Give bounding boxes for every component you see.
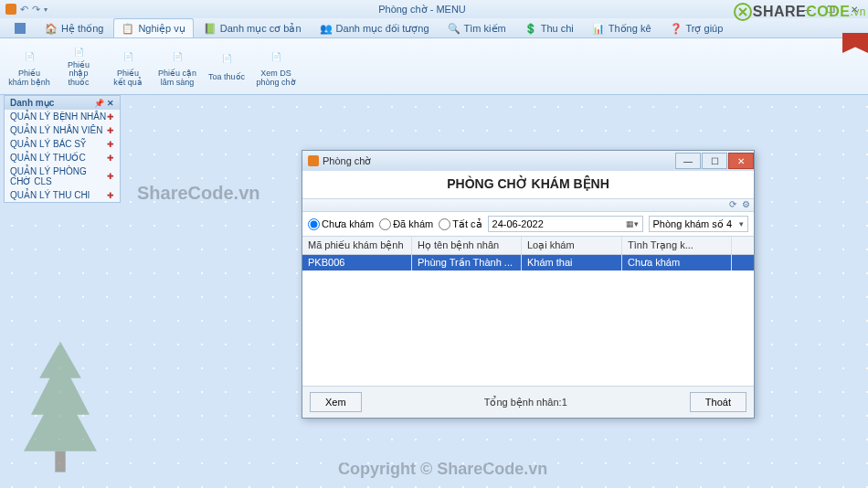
dialog-footer: Xem Tổng bệnh nhân:1 Thoát <box>302 386 754 418</box>
workspace: Danh mục 📌 ✕ QUẢN LÝ BỆNH NHÂN✚ QUẢN LÝ … <box>0 95 868 488</box>
sidebar: Danh mục 📌 ✕ QUẢN LÝ BỆNH NHÂN✚ QUẢN LÝ … <box>4 95 121 203</box>
watermark: ShareCode.vn <box>137 183 259 204</box>
btn-phieu-nhap-thuoc[interactable]: 📄Phiếu nhậpthuốc <box>55 42 102 90</box>
medical-icon: ✚ <box>107 140 114 149</box>
window-title: Phòng chờ - MENU <box>48 4 797 16</box>
dialog-close-button[interactable]: ✕ <box>728 153 754 169</box>
help-icon: ❓ <box>670 22 683 35</box>
app-icon <box>5 4 16 15</box>
file-icon <box>14 22 26 35</box>
dialog-title: Phòng chờ <box>323 155 371 167</box>
pill-form-icon: 📄 <box>66 46 91 59</box>
medical-icon: ✚ <box>107 154 114 163</box>
chevron-down-icon: ▾ <box>739 219 744 228</box>
dialog-toolbar: ⟳ ⚙ <box>302 199 754 212</box>
total-label: Tổng bệnh nhân:1 <box>362 397 690 408</box>
col-loai-kham[interactable]: Loại khám <box>522 237 622 254</box>
file-tab[interactable] <box>5 18 35 37</box>
tab-tim-kiem[interactable]: 🔍Tìm kiếm <box>439 18 514 37</box>
medical-icon: ✚ <box>107 172 114 181</box>
tab-he-thong[interactable]: 🏠Hệ thống <box>37 18 111 37</box>
ribbon-body: 📄Phiếukhám bệnh 📄Phiếu nhậpthuốc 📄Phiếuk… <box>0 38 868 95</box>
book-icon: 📗 <box>204 22 217 35</box>
radio-tat-ca[interactable]: Tất cả <box>439 218 482 230</box>
col-ma-phieu[interactable]: Mã phiếu khám bệnh <box>302 237 412 254</box>
qat-undo-icon[interactable]: ↶ <box>20 4 28 16</box>
svg-rect-0 <box>15 23 26 34</box>
svg-rect-2 <box>55 451 65 472</box>
tab-tro-giup[interactable]: ❓Trợ giúp <box>662 18 732 37</box>
side-bac-sy[interactable]: QUẢN LÝ BÁC SỸ✚ <box>5 137 120 151</box>
recycle-icon <box>733 2 753 22</box>
col-ho-ten[interactable]: Họ tên bệnh nhân <box>412 237 522 254</box>
dialog-minimize-button[interactable]: ― <box>675 153 701 169</box>
refresh-icon[interactable]: ⟳ <box>729 199 736 209</box>
tab-thong-ke[interactable]: 📊Thống kê <box>584 18 660 37</box>
table-row[interactable]: PKB006 Phùng Trần Thành ... Khám thai Ch… <box>302 255 754 271</box>
qat-redo-icon[interactable]: ↷ <box>32 4 40 16</box>
tab-danh-muc-doi-tuong[interactable]: 👥Danh mục đối tượng <box>312 18 438 37</box>
thoat-button[interactable]: Thoát <box>690 392 746 412</box>
chart-icon: 📊 <box>592 22 605 35</box>
grid-header: Mã phiếu khám bệnh Họ tên bệnh nhân Loại… <box>302 237 754 255</box>
medical-icon: ✚ <box>107 112 114 122</box>
dialog-heading: PHÒNG CHỜ KHÁM BỆNH <box>302 171 754 199</box>
watermark-copyright: Copyright © ShareCode.vn <box>338 460 547 479</box>
side-phong-cho-cls[interactable]: QUẢN LÝ PHÒNG CHỜ CLS✚ <box>5 164 120 188</box>
xem-button[interactable]: Xem <box>310 392 362 412</box>
users-icon: 👥 <box>320 22 333 35</box>
room-dropdown[interactable]: Phòng khám số 4▾ <box>649 216 748 232</box>
side-thu-chi[interactable]: QUẢN LÝ THU CHI✚ <box>5 188 120 202</box>
sharecode-logo: SHARECODE.vn <box>733 2 866 22</box>
side-nhan-vien[interactable]: QUẢN LÝ NHÂN VIÊN✚ <box>5 123 120 137</box>
lab-icon: 📄 <box>164 46 190 68</box>
radio-da-kham[interactable]: Đã khám <box>379 218 433 230</box>
search-icon: 🔍 <box>448 22 460 35</box>
settings-icon[interactable]: ⚙ <box>742 199 750 209</box>
dialog-titlebar[interactable]: Phòng chờ ― ☐ ✕ <box>302 151 754 171</box>
btn-phieu-can-lam-sang[interactable]: 📄Phiếu cậnlâm sàng <box>153 42 201 90</box>
sidebar-pin-icon[interactable]: 📌 ✕ <box>94 99 114 108</box>
rx-icon: 📄 <box>214 46 239 71</box>
tab-thu-chi[interactable]: 💲Thu chi <box>516 18 582 37</box>
dialog-icon <box>308 155 319 166</box>
dialog-filters: Chưa khám Đã khám Tất cả 24-06-2022▦▾ Ph… <box>302 212 754 237</box>
sidebar-title: Danh mục 📌 ✕ <box>5 96 120 110</box>
dialog-phong-cho: Phòng chờ ― ☐ ✕ PHÒNG CHỜ KHÁM BỆNH ⟳ ⚙ … <box>302 150 755 419</box>
btn-toa-thuoc[interactable]: 📄Toa thuốc <box>203 42 250 90</box>
btn-xem-ds-phong-cho[interactable]: 📄Xem DSphòng chờ <box>252 42 300 90</box>
radio-chua-kham[interactable]: Chưa khám <box>308 218 374 230</box>
dialog-maximize-button[interactable]: ☐ <box>702 153 727 169</box>
home-icon: 🏠 <box>45 22 58 35</box>
result-icon: 📄 <box>115 46 141 68</box>
tab-danh-muc-co-ban[interactable]: 📗Danh mục cơ bản <box>196 18 310 37</box>
clipboard-icon: 📋 <box>122 22 134 35</box>
side-benh-nhan[interactable]: QUẢN LÝ BỆNH NHÂN✚ <box>5 110 120 123</box>
tree-decoration <box>5 336 115 483</box>
money-icon: 💲 <box>524 22 537 35</box>
medical-icon: ✚ <box>107 191 114 200</box>
list-icon: 📄 <box>263 46 289 68</box>
col-tinh-trang[interactable]: Tình Trạng k... <box>622 237 732 254</box>
form-icon: 📄 <box>16 46 42 68</box>
btn-phieu-ket-qua[interactable]: 📄Phiếukết quả <box>104 42 152 90</box>
data-grid[interactable]: Mã phiếu khám bệnh Họ tên bệnh nhân Loại… <box>302 237 754 386</box>
medical-icon: ✚ <box>107 126 114 135</box>
calendar-icon: ▦▾ <box>626 219 639 228</box>
date-picker[interactable]: 24-06-2022▦▾ <box>488 216 643 232</box>
side-thuoc[interactable]: QUẢN LÝ THUỐC✚ <box>5 151 120 164</box>
tab-nghiep-vu[interactable]: 📋Nghiệp vụ <box>113 18 193 37</box>
btn-phieu-kham-benh[interactable]: 📄Phiếukhám bệnh <box>5 42 53 90</box>
